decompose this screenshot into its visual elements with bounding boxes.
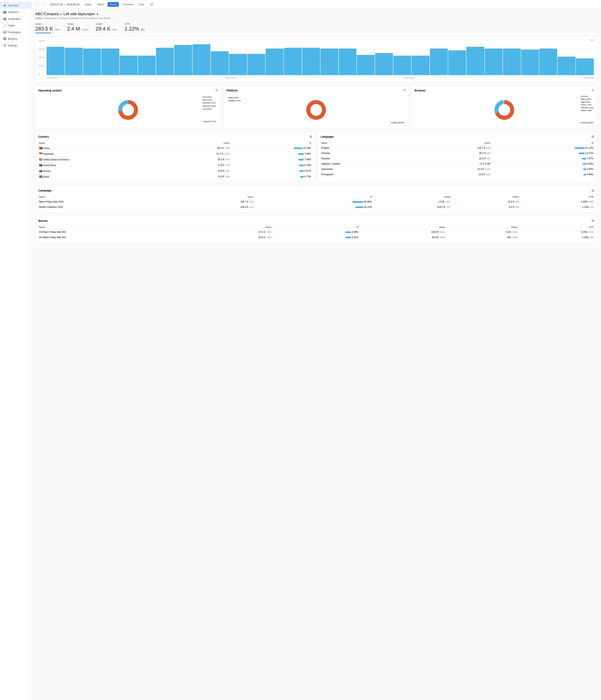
sidebar-item-audience[interactable]: 👥 Audience xyxy=(0,9,31,15)
table-row[interactable]: 🇷🇺Russia 16.8 K +8% 5.91% xyxy=(38,168,312,174)
campaign-table: Name Users % Views Clicks CTR Black Frid… xyxy=(38,195,594,210)
lang-users-cell: 22.6 K -5% xyxy=(420,156,491,161)
country-pct-cell: 7.08% xyxy=(230,157,312,162)
campaigns-icon: 📢 xyxy=(3,30,6,34)
os-android-legend: android 72.73% xyxy=(203,120,216,123)
camp-users-cell: 158.7 K +6% xyxy=(176,199,255,204)
sidebar-item-settings[interactable]: ⚙ Settings xyxy=(0,42,31,49)
table-row[interactable]: Portuguese 13.8 K +6% 4.88% xyxy=(321,172,594,177)
sidebar-item-geography[interactable]: 🌍 Geography xyxy=(0,15,31,22)
chart-bar xyxy=(375,53,393,75)
os-refresh-icon[interactable]: ↻ xyxy=(215,89,218,92)
banner-table-title: Banner ⊞ xyxy=(38,219,594,223)
table-row[interactable]: EN Black Friday Sale 001 27.2 K +38% 9.5… xyxy=(38,229,594,235)
3months-button[interactable]: 3 months xyxy=(121,2,135,7)
browser-legend: IE 0.00% Opera 0.02% Edge 0.09% Firefox … xyxy=(581,95,593,112)
pie-charts-row: Operating system ↻ mac 0.01% linux 0.10%… xyxy=(35,85,597,129)
week-button[interactable]: Week xyxy=(95,2,106,7)
browser-pie-area: IE 0.00% Opera 0.02% Edge 0.09% Firefox … xyxy=(415,94,594,126)
sidebar-label-settings: Settings xyxy=(8,44,17,47)
table-row[interactable]: 🇺🇸United States of America 20.1 K +7% 7.… xyxy=(38,157,312,162)
country-table-title: Country ⊞ xyxy=(38,135,312,139)
sidebar-item-campaigns[interactable]: 📢 Campaigns xyxy=(0,29,31,35)
campaign-table-title: Campaign ⊞ xyxy=(38,189,594,192)
prev-button[interactable]: ‹ xyxy=(35,2,40,7)
stat-ctr-change: -9% xyxy=(140,28,145,31)
bar-chart: 20.0K 15.0K 10.0K 5.0K 0 2018.07.29 2018 xyxy=(39,40,594,79)
ban-views-cell: 63.8 K +42% xyxy=(359,235,446,240)
table-row[interactable]: English 116.7 K +3% 41.14% xyxy=(321,145,594,151)
camp-ctr-cell: 1.49% -14% xyxy=(520,199,594,204)
country-col-users: Users xyxy=(169,141,230,145)
platform-refresh-icon[interactable]: ↻ xyxy=(403,89,406,92)
donut-segment xyxy=(118,100,128,111)
chart-bar xyxy=(138,56,156,75)
country-name-cell: 🇨🇳China xyxy=(38,145,169,151)
country-users-cell: 21.7 K +10% xyxy=(169,151,230,157)
chart-bars-area xyxy=(47,40,594,75)
table-row[interactable]: Winter Collection 2019 108.4 K +1% 38.25… xyxy=(38,204,594,210)
table-row[interactable]: 🇧🇷Brazil 13.4 K +6% 4.73% xyxy=(38,174,312,179)
today-button[interactable]: Today xyxy=(82,2,93,7)
table-row[interactable]: 🇿🇦South Africa 17.6 K +7% 6.19% xyxy=(38,162,312,168)
ban-pct-cell: 9.01% xyxy=(272,235,359,240)
chart-bar xyxy=(466,47,484,75)
lang-name-cell: Chinese xyxy=(321,151,420,156)
camp-clicks-cell: 15.0 K -1% xyxy=(451,199,520,204)
country-pct-cell: 4.73% xyxy=(230,174,312,179)
header-bar: ‹ › 2018.07.24 — 2018.08.22 Today Week M… xyxy=(31,0,601,9)
next-button[interactable]: › xyxy=(42,2,47,7)
table-row[interactable]: Spanish, Castilian 17.2 K 0% 6.08% xyxy=(321,161,594,167)
chart-bar xyxy=(393,56,411,75)
table-row[interactable]: 🇮🇩Indonesia 21.7 K +10% 7.66% xyxy=(38,151,312,157)
language-table: Name Users % English 116.7 K +3% 41.14% … xyxy=(321,141,594,177)
camp-name-cell: Black Friday Sale 2018 xyxy=(38,199,176,204)
chart-bar xyxy=(412,56,429,75)
country-users-cell: 29.2 K -14% xyxy=(169,145,230,151)
all-button[interactable]: All xyxy=(148,2,155,7)
chart-bar xyxy=(65,48,83,75)
chart-bar xyxy=(47,47,64,75)
banner-grid-icon[interactable]: ⊞ xyxy=(592,219,594,223)
lang-users-cell: 13.8 K +6% xyxy=(420,172,491,177)
language-grid-icon[interactable]: ⊞ xyxy=(592,135,594,139)
lang-pct-cell: 41.14% xyxy=(491,145,594,151)
chart-y-labels: 20.0K 15.0K 10.0K 5.0K 0 xyxy=(39,40,46,75)
os-pie-area: mac 0.01% linux 0.10% windows 0.11% unkn… xyxy=(38,94,218,126)
browser-refresh-icon[interactable]: ↻ xyxy=(592,89,594,92)
table-row[interactable]: Russian 22.6 K -5% 7.97% xyxy=(321,156,594,161)
stat-clicks-value: 29.4 K xyxy=(96,26,110,32)
campaign-table-card: Campaign ⊞ Name Users % Views Clicks CTR… xyxy=(35,185,597,213)
table-row[interactable]: Chinese 35.2 K -9% 12.41% xyxy=(321,151,594,156)
sidebar-item-pages[interactable]: 📄 Pages xyxy=(0,22,31,29)
stat-clicks-label: Clicks xyxy=(96,22,117,25)
country-grid-icon[interactable]: ⊞ xyxy=(309,135,312,139)
year-button[interactable]: Year xyxy=(137,2,146,7)
table-row[interactable]: Black Friday Sale 2018 158.7 K +6% 55.98… xyxy=(38,199,594,204)
stat-users: Users 283.5 K +4% xyxy=(35,22,59,33)
month-button[interactable]: Month xyxy=(108,2,119,7)
ban-col-views: Views xyxy=(359,225,446,229)
page-name: Left side skyscraper xyxy=(63,12,95,16)
chart-bar xyxy=(83,49,101,75)
company-name[interactable]: ABC-Company xyxy=(35,12,59,16)
table-row[interactable]: ZH Black Friday Sale 001 25.6 K +36% 9.0… xyxy=(38,235,594,240)
browser-donut xyxy=(492,97,517,123)
sidebar-item-banners[interactable]: 🖼 Banners xyxy=(0,35,31,42)
campaign-grid-icon[interactable]: ⊞ xyxy=(592,189,594,192)
chart-bar xyxy=(320,49,338,75)
ban-col-users: Users xyxy=(193,225,272,229)
audience-icon: 👥 xyxy=(3,10,6,14)
os-legend: mac 0.01% linux 0.10% windows 0.11% unkn… xyxy=(203,95,216,110)
sidebar-item-overview[interactable]: ◉ Overview xyxy=(0,2,31,9)
sidebar-label-campaigns: Campaigns xyxy=(8,31,21,34)
country-name-cell: 🇺🇸United States of America xyxy=(38,157,169,162)
table-row[interactable]: Indonesian 16.0 K +12% 5.63% xyxy=(321,167,594,172)
lang-name-cell: Portuguese xyxy=(321,172,420,177)
chart-x-labels: 2018.07.29 2018.08.05 2018.08.12 2018.08… xyxy=(47,77,594,79)
country-name-cell: 🇷🇺Russia xyxy=(38,168,169,174)
dropdown-icon[interactable]: ▼ xyxy=(96,12,99,16)
stat-users-change: +4% xyxy=(54,28,59,31)
chart-bar xyxy=(539,49,557,75)
table-row[interactable]: 🇨🇳China 29.2 K -14% 10.29% xyxy=(38,145,312,151)
